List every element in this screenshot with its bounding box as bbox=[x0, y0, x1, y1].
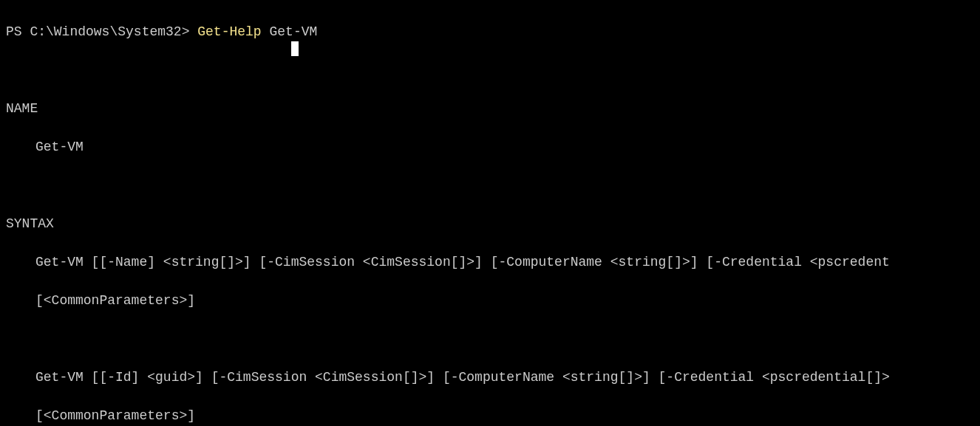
syntax-line: Get-VM [[-Id] <guid>] [-CimSession <CimS… bbox=[6, 368, 974, 387]
blank-line bbox=[6, 176, 974, 195]
syntax-line: [<CommonParameters>] bbox=[6, 291, 974, 310]
syntax-line: [<CommonParameters>] bbox=[6, 406, 974, 425]
syntax-line: Get-VM [[-Name] <string[]>] [-CimSession… bbox=[6, 252, 974, 272]
syntax-header: SYNTAX bbox=[6, 214, 974, 233]
cmdlet-arg: Get-VM bbox=[262, 24, 318, 39]
text-cursor bbox=[291, 41, 299, 56]
prompt-path: PS C:\Windows\System32> bbox=[6, 24, 197, 39]
cmdlet-name: Get-Help bbox=[197, 24, 261, 39]
name-value: Get-VM bbox=[6, 137, 974, 157]
blank-line bbox=[6, 61, 974, 80]
blank-line bbox=[6, 329, 974, 348]
name-header: NAME bbox=[6, 99, 974, 118]
powershell-terminal[interactable]: PS C:\Windows\System32> Get-Help Get-VM … bbox=[0, 0, 980, 426]
output-block: NAME Get-VM SYNTAX Get-VM [[-Name] <stri… bbox=[6, 41, 974, 426]
